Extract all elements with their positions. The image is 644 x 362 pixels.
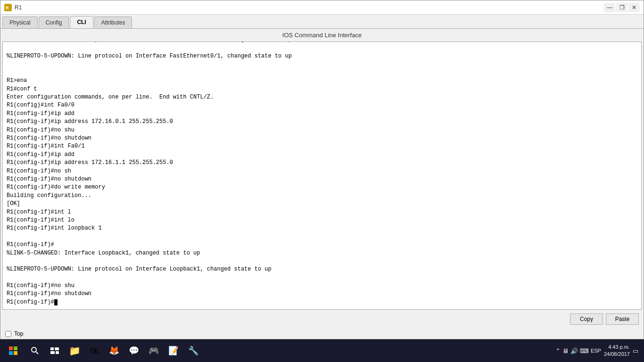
top-checkbox[interactable]: [5, 331, 11, 337]
packet-tracer-icon[interactable]: 🔧: [184, 339, 203, 362]
svg-rect-2: [9, 346, 13, 350]
start-button[interactable]: [2, 339, 25, 362]
svg-rect-11: [56, 351, 59, 354]
terminal-wrapper: Copyright (c) 1986-2007 by Cisco Systems…: [2, 41, 642, 310]
tab-attributes[interactable]: Attributes: [94, 16, 132, 28]
speaker-icon[interactable]: 🔊: [570, 347, 578, 354]
svg-rect-8: [50, 347, 54, 350]
paste-button[interactable]: Paste: [606, 313, 639, 325]
app-icon: R: [4, 4, 12, 11]
taskbar-right: ⌃ 🖥 🔊 ⌨ ESP 4:43 p.m. 24/08/2017 ▭: [555, 344, 642, 358]
maximize-button[interactable]: ❐: [616, 3, 627, 12]
close-button[interactable]: ✕: [628, 3, 640, 12]
svg-line-7: [36, 352, 38, 354]
svg-rect-4: [9, 351, 13, 355]
cli-title: IOS Command Line Interface: [0, 29, 644, 41]
titlebar: R R1 — ❐ ✕: [0, 0, 644, 15]
svg-rect-9: [55, 347, 59, 350]
file-explorer-icon[interactable]: 📁: [65, 339, 84, 362]
search-icon[interactable]: [25, 339, 44, 362]
store-icon[interactable]: 🛍: [85, 339, 104, 362]
clock[interactable]: 4:43 p.m. 24/08/2017: [604, 344, 630, 358]
firefox-icon[interactable]: 🦊: [105, 339, 124, 362]
chevron-up-icon[interactable]: ⌃: [555, 347, 561, 354]
svg-text:R: R: [6, 6, 9, 10]
svg-rect-5: [14, 351, 17, 355]
top-checkbox-label[interactable]: Top: [14, 330, 23, 337]
word-icon[interactable]: 📝: [164, 339, 183, 362]
window-controls: — ❐ ✕: [604, 3, 640, 12]
network-icon[interactable]: 🖥: [562, 347, 569, 354]
main-window: R R1 — ❐ ✕ Physical Config CLI Attribute…: [0, 0, 644, 339]
tab-physical[interactable]: Physical: [2, 16, 38, 28]
discord-icon[interactable]: 🎮: [144, 339, 163, 362]
task-view-icon[interactable]: [45, 339, 64, 362]
taskbar-left: 📁 🛍 🦊 💬 🎮 📝 🔧: [2, 339, 203, 362]
clock-time: 4:43 p.m.: [604, 344, 630, 351]
terminal-cursor: [54, 299, 58, 305]
tab-config[interactable]: Config: [39, 16, 69, 28]
terminal-output[interactable]: Copyright (c) 1986-2007 by Cisco Systems…: [3, 42, 641, 309]
terminal-scroll[interactable]: Copyright (c) 1986-2007 by Cisco Systems…: [3, 42, 641, 309]
titlebar-left: R R1: [4, 4, 22, 11]
show-desktop-icon[interactable]: ▭: [633, 347, 638, 354]
tabs-bar: Physical Config CLI Attributes: [0, 15, 644, 29]
keyboard-icon[interactable]: ⌨: [580, 347, 589, 354]
svg-point-6: [32, 347, 36, 352]
clock-date: 24/08/2017: [604, 351, 630, 358]
language-indicator[interactable]: ESP: [591, 348, 601, 354]
top-checkbox-row: Top: [0, 329, 644, 339]
svg-rect-10: [50, 351, 55, 354]
taskbar: 📁 🛍 🦊 💬 🎮 📝 🔧 ⌃ 🖥 🔊 ⌨ ESP 4:43 p.m. 24/0…: [0, 339, 644, 362]
tab-cli[interactable]: CLI: [70, 16, 93, 28]
main-content: IOS Command Line Interface Copyright (c)…: [0, 29, 644, 339]
svg-rect-3: [14, 346, 17, 350]
copy-button[interactable]: Copy: [570, 313, 603, 325]
window-title: R1: [15, 4, 22, 11]
minimize-button[interactable]: —: [604, 3, 615, 12]
skype-icon[interactable]: 💬: [124, 339, 143, 362]
bottom-buttons: Copy Paste: [0, 310, 644, 329]
system-tray: ⌃ 🖥 🔊 ⌨ ESP: [555, 347, 601, 354]
